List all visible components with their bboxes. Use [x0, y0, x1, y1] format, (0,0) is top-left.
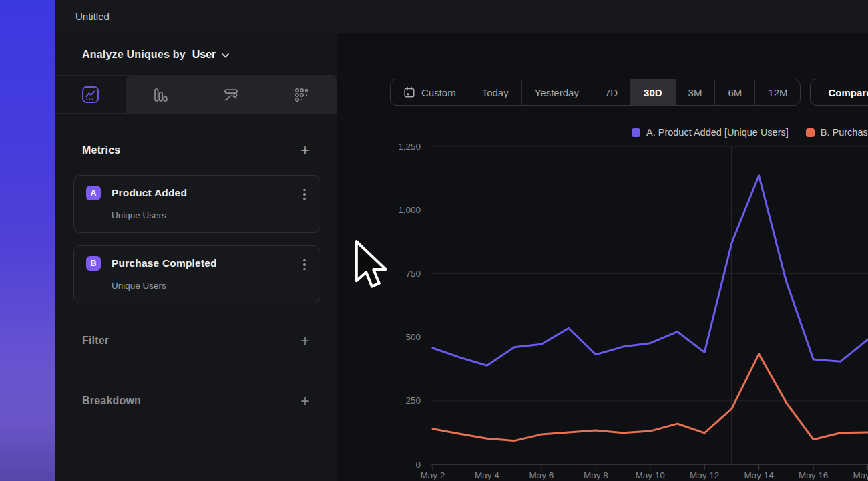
y-axis-tick-label: 0 — [415, 460, 421, 470]
y-axis-tick-label: 1,250 — [398, 142, 421, 152]
y-axis-tick-label: 750 — [405, 269, 421, 279]
x-axis-tick-label: May 4 — [475, 470, 499, 480]
y-axis-tick-label: 250 — [405, 395, 421, 406]
series-line-b — [433, 354, 868, 441]
y-axis-tick-label: 1,000 — [398, 205, 421, 215]
x-axis-tick-label: May 12 — [690, 470, 719, 480]
x-axis-tick-label: May 18 — [853, 470, 868, 480]
x-axis-tick-label: May 8 — [584, 470, 608, 480]
x-axis-tick-label: May 10 — [636, 470, 665, 480]
x-axis-tick-label: May 16 — [799, 470, 828, 480]
x-axis-tick-label: May 6 — [529, 470, 554, 480]
x-axis-tick-label: May 2 — [421, 470, 445, 480]
y-axis-tick-label: 500 — [405, 332, 421, 342]
line-chart-plot[interactable]: 02505007501,0001,250May 2May 4May 6May 8… — [0, 0, 868, 481]
x-axis-tick-label: May 14 — [744, 470, 774, 480]
